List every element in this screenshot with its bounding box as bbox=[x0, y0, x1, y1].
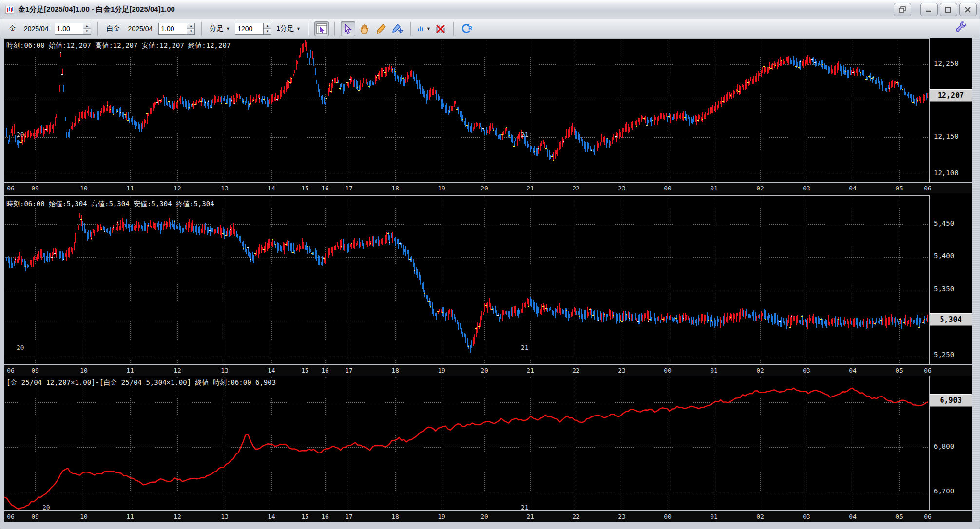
spread-chart-plot[interactable] bbox=[4, 376, 930, 510]
x-axis-hour-label: 21 bbox=[524, 185, 537, 192]
interval-dropdown[interactable]: 1分足 ▼ bbox=[276, 24, 301, 33]
x-axis-hour-label: 12 bbox=[171, 367, 184, 374]
select-cursor-button[interactable] bbox=[341, 21, 355, 36]
maximize-icon bbox=[945, 7, 952, 13]
x-axis-hour-label: 00 bbox=[661, 367, 674, 374]
toolbar-separator bbox=[201, 22, 202, 36]
x-axis-hour-label: 03 bbox=[800, 367, 813, 374]
bar-count-field[interactable]: 1200 bbox=[235, 23, 263, 35]
plat-mult-down-button[interactable]: ▼ bbox=[187, 29, 194, 34]
platinum-month[interactable]: 2025/04 bbox=[128, 25, 153, 33]
gold-price-tag: 12,207 bbox=[930, 89, 972, 102]
x-axis-hour-label: 00 bbox=[661, 513, 674, 520]
x-axis-hour-label: 12 bbox=[171, 513, 184, 520]
x-axis-hour-label: 19 bbox=[435, 367, 448, 374]
svg-text:R: R bbox=[468, 25, 472, 31]
app-window: 金1分足[2025/04]1.00 - 白金1分足[2025/04]1.00 金… bbox=[0, 0, 980, 529]
reload-button[interactable]: R bbox=[460, 21, 474, 36]
platinum-multiplier-spinner[interactable]: 1.00 ▲ ▼ bbox=[158, 23, 195, 35]
window-right-edge[interactable] bbox=[972, 38, 980, 522]
toolbar-separator bbox=[334, 22, 335, 36]
bartype-dropdown[interactable]: 分足 ▼ bbox=[210, 24, 230, 33]
x-axis-hour-label: 06 bbox=[922, 367, 934, 374]
gold-multiplier-spinner[interactable]: 1.00 ▲ ▼ bbox=[55, 23, 91, 35]
gold-chart-plot[interactable] bbox=[4, 38, 930, 182]
chart-cursor-toggle-button[interactable] bbox=[314, 21, 329, 36]
settings-wrench-button[interactable] bbox=[955, 21, 968, 36]
x-axis-hour-label: 00 bbox=[661, 185, 674, 192]
chevron-down-icon: ▼ bbox=[226, 26, 230, 31]
x-axis-hour-label: 10 bbox=[77, 513, 90, 520]
x-axis-hour-label: 23 bbox=[615, 367, 628, 374]
x-axis-hour-label: 13 bbox=[218, 513, 231, 520]
gold-chart-info: 時刻:06:00 始値:12,207 高値:12,207 安値:12,207 終… bbox=[6, 41, 231, 50]
x-axis-hour-label: 22 bbox=[570, 185, 582, 192]
pencil-draw-button[interactable] bbox=[374, 21, 388, 36]
x-axis-hour-label: 17 bbox=[343, 513, 355, 520]
gold-mult-down-button[interactable]: ▼ bbox=[83, 29, 91, 34]
remove-chart-icon bbox=[435, 23, 446, 34]
x-axis-hour-label: 21 bbox=[524, 367, 537, 374]
x-axis-hour-label: 06 bbox=[4, 513, 17, 520]
hand-pan-button[interactable] bbox=[357, 21, 372, 36]
x-axis-hour-label: 23 bbox=[615, 513, 628, 520]
bar-chart-menu-button[interactable]: ▼ bbox=[417, 21, 431, 36]
x-axis-hour-label: 11 bbox=[124, 513, 136, 520]
window-left-edge bbox=[0, 38, 4, 522]
date-label: 21 bbox=[521, 504, 529, 511]
x-axis-hour-label: 19 bbox=[435, 513, 448, 520]
x-axis-hour-label: 06 bbox=[922, 513, 934, 520]
x-axis-hour-label: 19 bbox=[435, 185, 448, 192]
x-axis-hour-label: 09 bbox=[29, 185, 41, 192]
y-axis-tick-label: 5,350 bbox=[934, 285, 954, 293]
date-label: 20 bbox=[17, 131, 24, 138]
x-axis-hour-label: 02 bbox=[754, 513, 767, 520]
gold-month[interactable]: 2025/04 bbox=[24, 25, 49, 33]
toolbar-separator bbox=[410, 22, 411, 36]
gold-label: 金 bbox=[9, 24, 16, 33]
x-axis-hour-label: 20 bbox=[478, 513, 491, 520]
close-button[interactable] bbox=[959, 3, 977, 16]
window-controls bbox=[892, 3, 977, 16]
bar-count-spinner[interactable]: 1200 ▲ ▼ bbox=[235, 23, 271, 35]
title-bar[interactable]: 金1分足[2025/04]1.00 - 白金1分足[2025/04]1.00 bbox=[0, 0, 980, 19]
cascade-icon bbox=[899, 6, 906, 13]
x-axis-hour-label: 04 bbox=[846, 367, 859, 374]
x-axis-hour-label: 20 bbox=[478, 185, 491, 192]
x-axis-hour-label: 06 bbox=[922, 185, 934, 192]
toolbar: 金 2025/04 1.00 ▲ ▼ 白金 2025/04 1.00 ▲ ▼ 分… bbox=[0, 19, 980, 38]
gold-mult-up-button[interactable]: ▲ bbox=[83, 23, 91, 29]
gold-time-axis: 0609101112131415161718192021222300010203… bbox=[4, 182, 972, 193]
plat-mult-up-button[interactable]: ▲ bbox=[187, 23, 194, 29]
gold-multiplier-field[interactable]: 1.00 bbox=[55, 23, 83, 35]
pen-move-button[interactable] bbox=[390, 21, 405, 36]
x-axis-hour-label: 03 bbox=[800, 185, 813, 192]
platinum-price-axis: 5,4505,4005,3505,250 bbox=[930, 195, 972, 364]
x-axis-hour-label: 16 bbox=[319, 367, 331, 374]
y-axis-tick-label: 6,800 bbox=[934, 442, 954, 450]
x-axis-hour-label: 21 bbox=[524, 513, 537, 520]
x-axis-hour-label: 11 bbox=[124, 185, 136, 192]
gold-price-axis: 12,25012,15012,100 bbox=[930, 38, 972, 182]
bar-count-up-button[interactable]: ▲ bbox=[264, 23, 271, 29]
x-axis-hour-label: 15 bbox=[299, 367, 311, 374]
x-axis-hour-label: 17 bbox=[343, 367, 355, 374]
platinum-chart-plot[interactable] bbox=[4, 195, 930, 364]
x-axis-hour-label: 04 bbox=[846, 513, 859, 520]
platinum-multiplier-field[interactable]: 1.00 bbox=[158, 23, 187, 35]
maximize-button[interactable] bbox=[940, 3, 957, 16]
remove-chart-button[interactable] bbox=[433, 21, 448, 36]
cascade-windows-button[interactable] bbox=[894, 3, 911, 16]
bar-count-down-button[interactable]: ▼ bbox=[264, 29, 271, 34]
platinum-price-tag: 5,304 bbox=[930, 313, 972, 326]
date-label: 20 bbox=[17, 344, 24, 351]
y-axis-tick-label: 5,400 bbox=[934, 252, 954, 260]
minimize-button[interactable] bbox=[920, 3, 938, 16]
window-title: 金1分足[2025/04]1.00 - 白金1分足[2025/04]1.00 bbox=[18, 5, 175, 14]
bar-chart-icon bbox=[417, 23, 424, 34]
y-axis-tick-label: 6,700 bbox=[934, 487, 954, 495]
x-axis-hour-label: 01 bbox=[708, 367, 720, 374]
toolbar-separator bbox=[97, 22, 98, 36]
x-axis-hour-label: 02 bbox=[754, 185, 767, 192]
x-axis-hour-label: 05 bbox=[893, 513, 905, 520]
